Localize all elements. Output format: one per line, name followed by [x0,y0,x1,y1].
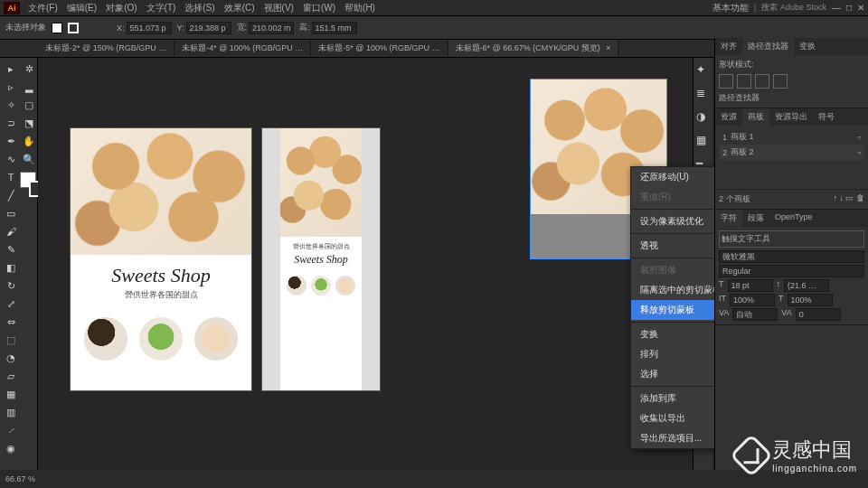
blend-tool-icon[interactable]: ◉ [3,440,19,456]
tab-opentype[interactable]: OpenType [769,210,818,227]
tab-asset-export[interactable]: 资源导出 [769,108,813,126]
fill-swatch[interactable] [52,23,62,33]
ctx-select[interactable]: 选择▸ [631,364,714,384]
kerning-input[interactable] [732,308,778,321]
menu-file[interactable]: 文件(F) [24,2,62,14]
scale-tool-icon[interactable]: ⤢ [3,296,19,312]
mesh-tool-icon[interactable]: ▦ [3,386,19,402]
move-down-icon[interactable]: ↓ [839,193,844,202]
artboard-options-icon[interactable]: ▫ [858,133,861,142]
search-stock[interactable]: 搜索 Adobe Stock [761,2,826,14]
tab-symbols[interactable]: 符号 [813,108,840,126]
move-up-icon[interactable]: ↑ [833,193,837,202]
ctx-arrange[interactable]: 排列▸ [631,344,714,364]
zoom-tool-icon[interactable]: 🔍 [21,151,37,167]
ctx-pixel-perfect[interactable]: 设为像素级优化 [631,211,714,231]
magic-wand-tool-icon[interactable]: ✧ [3,97,19,113]
hand-tool-icon[interactable]: ✋ [21,133,37,149]
perspective-tool-icon[interactable]: ▱ [3,368,19,384]
menu-type[interactable]: 文字(T) [142,2,181,14]
lasso-tool-icon[interactable]: ⊃ [3,115,19,131]
minimize-icon[interactable]: — [832,3,841,13]
intersect-icon[interactable] [755,74,769,89]
y-input[interactable] [186,22,231,34]
ctx-transform[interactable]: 变换▸ [631,324,714,344]
stroke-swatch[interactable] [68,23,79,33]
tab-assets[interactable]: 资源 [715,108,742,126]
properties-icon[interactable]: ✦ [696,63,711,78]
tab-transform[interactable]: 变换 [794,38,821,55]
font-weight-input[interactable] [719,265,864,277]
tracking-input[interactable] [796,308,841,321]
swatches-icon[interactable]: ▦ [696,134,711,148]
doc-tab-1[interactable]: 未标题-2* @ 150% (RGB/GPU … [38,40,175,57]
x-input[interactable] [127,22,172,34]
width-tool-icon[interactable]: ⇔ [3,314,19,330]
layers-icon[interactable]: ≣ [696,87,711,101]
unite-icon[interactable] [719,74,733,89]
tab-artboards[interactable]: 画板 [742,108,769,126]
canvas[interactable]: Sweets Shop 營供世界各国的甜点 營供世界各国的甜点 Sweets S… [38,58,714,470]
maximize-icon[interactable]: □ [846,3,852,13]
rectangle-tool-icon[interactable]: ▭ [3,205,19,221]
artboard-tool-icon[interactable]: ▢ [21,97,37,113]
free-transform-tool-icon[interactable]: ⬚ [3,332,19,348]
direct-select-tool-icon[interactable]: ▹ [3,79,19,95]
delete-icon[interactable]: 🗑 [856,193,864,202]
type-tool-icon[interactable]: T [3,169,19,185]
graph-tool-icon[interactable]: ▂ [21,79,37,95]
line-tool-icon[interactable]: ╱ [3,187,19,203]
artboard-options-icon[interactable]: ▫ [858,148,861,157]
artboard-2[interactable]: 營供世界各国的甜点 Sweets Shop [262,128,380,390]
tab-pathfinder[interactable]: 路径查找器 [742,38,794,55]
doc-tab-2[interactable]: 未标题-4* @ 100% (RGB/GPU … [175,40,311,57]
ctx-undo[interactable]: 还原移动(U) [631,167,714,187]
menu-edit[interactable]: 编辑(E) [62,2,101,14]
w-input[interactable] [249,22,294,34]
menu-help[interactable]: 帮助(H) [340,2,380,14]
shaper-tool-icon[interactable]: ✎ [3,241,19,258]
menu-select[interactable]: 选择(S) [180,2,219,14]
vscale-input[interactable] [730,294,775,306]
ctx-export-selection[interactable]: 导出所选项目... [631,428,714,448]
font-family-input[interactable] [719,250,864,263]
tab-align[interactable]: 对齐 [715,38,742,55]
gradient-tool-icon[interactable]: ▥ [3,404,19,420]
curvature-tool-icon[interactable]: ∿ [3,151,19,167]
menu-object[interactable]: 对象(O) [101,2,141,14]
menu-effect[interactable]: 效果(C) [220,2,259,14]
menu-window[interactable]: 窗口(W) [298,2,340,14]
tab-close-icon[interactable]: × [606,43,610,52]
rotate-tool-icon[interactable]: ↻ [3,277,19,294]
tab-character[interactable]: 字符 [715,210,742,227]
artboard-1[interactable]: Sweets Shop 營供世界各国的甜点 [71,128,251,390]
touch-type-button[interactable]: 触摸文字工具 [719,230,864,248]
doc-tab-4[interactable]: 未标题-6* @ 66.67% (CMYK/GPU 预览) × [448,40,619,57]
eyedropper-tool-icon[interactable]: ⟋ [3,422,19,438]
artboard-row-1[interactable]: 1画板 1 ▫ [719,129,864,145]
brush-tool-icon[interactable]: 🖌 [3,223,19,239]
eraser-tool-icon[interactable]: ◧ [3,259,19,276]
selection-tool-icon[interactable]: ▸ [3,61,19,77]
ctx-add-library[interactable]: 添加到库 [631,389,714,408]
ctx-perspective[interactable]: 透视▸ [631,236,714,256]
artboard-row-2[interactable]: 2画板 2 ▫ [719,145,864,160]
pen-tool-icon[interactable]: ✒ [3,133,19,149]
doc-tab-3[interactable]: 未标题-5* @ 100% (RGB/GPU … [311,40,448,57]
symbol-sprayer-tool-icon[interactable]: ✲ [21,61,37,77]
shape-builder-tool-icon[interactable]: ◔ [3,350,19,366]
hscale-input[interactable] [788,294,833,306]
font-size-input[interactable] [728,279,773,292]
zoom-level[interactable]: 66.67 % [5,474,35,483]
ctx-release-mask[interactable]: 释放剪切蒙板↖ [631,300,714,320]
exclude-icon[interactable] [773,74,788,89]
tab-paragraph[interactable]: 段落 [742,210,769,227]
ctx-collect-export[interactable]: 收集以导出▸ [631,408,714,428]
new-artboard-icon[interactable]: ▭ [845,193,854,202]
close-icon[interactable]: ✕ [857,3,864,13]
workspace-switcher[interactable]: 基本功能 [712,2,749,14]
ctx-isolate-mask[interactable]: 隔离选中的剪切蒙板 [631,280,714,300]
h-input[interactable] [312,22,357,34]
leading-input[interactable] [784,279,829,292]
slice-tool-icon[interactable]: ⬔ [21,115,37,131]
